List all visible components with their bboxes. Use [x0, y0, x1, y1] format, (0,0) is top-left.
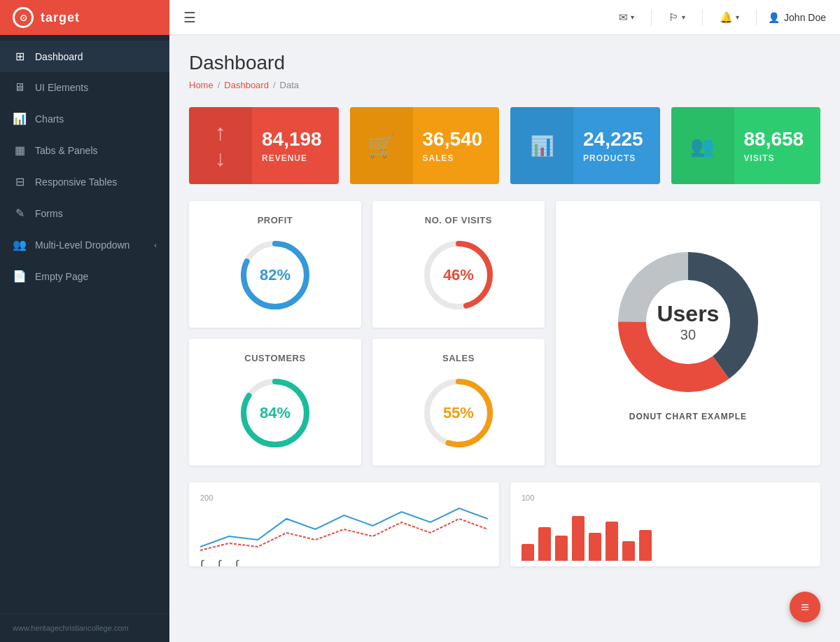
bar-8	[639, 530, 652, 561]
circle-sales: 55%	[420, 375, 497, 452]
circle-customers: 84%	[237, 375, 314, 452]
widget-customers-title: CUSTOMERS	[244, 353, 305, 363]
sidebar-logo: ⊙ target	[0, 0, 169, 35]
donut-chart-title: DONUT CHART EXAMPLE	[629, 412, 747, 421]
forms-icon: ✎	[13, 207, 27, 220]
user-name: John Doe	[784, 12, 826, 23]
visits-percent: 46%	[443, 266, 474, 284]
sales-icon: 🛒	[368, 132, 396, 159]
stat-card-revenue: ↑↓ 84,198 REVENUE	[189, 107, 339, 184]
footer-text: www.heritagechristiancollege.com	[13, 624, 129, 632]
donut-center-label: Users 30	[657, 301, 719, 343]
breadcrumb-sep-2: /	[273, 80, 276, 90]
sidebar-label-tabs: Tabs & Panels	[35, 145, 157, 156]
sidebar-item-responsive-tables[interactable]: ⊟ Responsive Tables	[0, 166, 169, 197]
breadcrumb-home[interactable]: Home	[189, 80, 214, 90]
bell-button[interactable]: 🔔 ▾	[714, 8, 745, 27]
products-icon: 📊	[530, 134, 554, 158]
profit-percent: 82%	[260, 266, 290, 284]
bell-arrow: ▾	[736, 13, 739, 21]
breadcrumb-dashboard[interactable]: Dashboard	[224, 80, 269, 90]
sidebar-label-charts: Charts	[35, 113, 157, 125]
sidebar-item-ui-elements[interactable]: 🖥 UI Elements	[0, 72, 169, 103]
bar-chart	[522, 505, 809, 561]
sidebar: ⊙ target ⊞ Dashboard 🖥 UI Elements 📊 Cha…	[0, 0, 169, 642]
user-icon: 👤	[768, 12, 780, 23]
sidebar-nav: ⊞ Dashboard 🖥 UI Elements 📊 Charts ▦ Tab…	[0, 35, 169, 613]
sidebar-item-tabs-panels[interactable]: ▦ Tabs & Panels	[0, 134, 169, 166]
revenue-icon: ↑↓	[215, 120, 226, 172]
widgets-row: PROFIT 82% NO. OF VISITS	[189, 201, 820, 466]
breadcrumb-sep-1: /	[218, 80, 220, 90]
flag-arrow: ▾	[682, 13, 685, 21]
bar-chart-y-label: 100	[522, 494, 809, 502]
sidebar-label-empty: Empty Page	[35, 271, 157, 282]
visits-label: VISITS	[744, 153, 775, 163]
sidebar-label-forms: Forms	[35, 208, 157, 219]
bar-3	[555, 536, 568, 561]
sidebar-item-charts[interactable]: 📊 Charts	[0, 103, 169, 134]
sidebar-footer: www.heritagechristiancollege.com	[0, 613, 169, 642]
sidebar-label-multi: Multi-Level Dropdown	[35, 239, 146, 251]
sales-number: 36,540	[423, 128, 483, 151]
revenue-label: REVENUE	[262, 153, 307, 163]
user-menu-button[interactable]: 👤 John Doe	[768, 12, 826, 23]
fab-icon: ≡	[801, 599, 809, 615]
products-info: 24,225 PRODUCTS	[573, 107, 660, 184]
page-title: Dashboard	[189, 52, 820, 74]
products-label: PRODUCTS	[583, 153, 636, 163]
customers-percent: 84%	[260, 404, 290, 422]
donut-chart: Users 30	[611, 245, 765, 399]
bar-1	[522, 544, 534, 561]
flag-button[interactable]: 🏳 ▾	[663, 8, 691, 26]
tables-icon: ⊟	[13, 175, 27, 188]
breadcrumb-data: Data	[280, 80, 299, 90]
logo-icon: ⊙	[13, 7, 34, 28]
ui-elements-icon: 🖥	[13, 81, 27, 94]
divider-1	[651, 9, 652, 26]
sales-icon-area: 🛒	[350, 107, 413, 184]
sidebar-item-empty-page[interactable]: 📄 Empty Page	[0, 260, 169, 292]
visits-info: 88,658 VISITS	[734, 107, 821, 184]
widget-visits-title: NO. OF VISITS	[425, 215, 492, 225]
hamburger-button[interactable]: ☰	[183, 9, 196, 26]
sales-label: SALES	[423, 153, 454, 163]
sales-percent: 55%	[443, 404, 474, 422]
flag-icon: 🏳	[668, 11, 679, 23]
donut-chart-card: Users 30 DONUT CHART EXAMPLE	[556, 201, 820, 466]
fab-button[interactable]: ≡	[790, 592, 820, 622]
bar-6	[606, 522, 618, 561]
widget-sales-title: SALES	[442, 353, 475, 363]
bar-5	[589, 533, 601, 561]
revenue-number: 84,198	[262, 128, 322, 151]
circle-visits: 46%	[420, 237, 497, 314]
visits-icon-area: 👥	[671, 107, 734, 184]
sidebar-item-dashboard[interactable]: ⊞ Dashboard	[0, 41, 169, 72]
sidebar-item-multi-level[interactable]: 👥 Multi-Level Dropdown ‹	[0, 229, 169, 260]
line-chart-card: 200 ∫ ∫ ∫	[189, 482, 499, 566]
widget-visits-circle: NO. OF VISITS 46%	[372, 201, 545, 328]
chart-icon-1: ∫	[200, 558, 204, 566]
stat-cards: ↑↓ 84,198 REVENUE 🛒 36,540 SALES 📊	[189, 107, 820, 184]
charts-icon: 📊	[13, 112, 27, 125]
stat-card-products: 📊 24,225 PRODUCTS	[510, 107, 660, 184]
sidebar-label-ui: UI Elements	[35, 82, 157, 93]
donut-users-text: Users	[657, 301, 719, 327]
mail-button[interactable]: ✉ ▾	[613, 8, 640, 27]
widget-profit-title: PROFIT	[258, 215, 293, 225]
divider-3	[756, 9, 757, 26]
multi-level-icon: 👥	[13, 238, 27, 251]
visits-icon: 👥	[690, 134, 715, 158]
sidebar-item-forms[interactable]: ✎ Forms	[0, 197, 169, 229]
line-chart-svg	[200, 505, 488, 554]
bell-icon: 🔔	[720, 11, 733, 24]
widget-customers: CUSTOMERS 84%	[189, 339, 361, 466]
chevron-left-icon: ‹	[154, 241, 157, 249]
mail-arrow: ▾	[631, 13, 634, 21]
bar-4	[572, 516, 584, 561]
donut-number: 30	[657, 327, 719, 343]
bottom-charts: 200 ∫ ∫ ∫ 100	[189, 482, 820, 566]
mail-icon: ✉	[619, 11, 628, 24]
chart-icon-2: ∫	[218, 558, 221, 566]
line-chart-y-label: 200	[200, 494, 488, 502]
